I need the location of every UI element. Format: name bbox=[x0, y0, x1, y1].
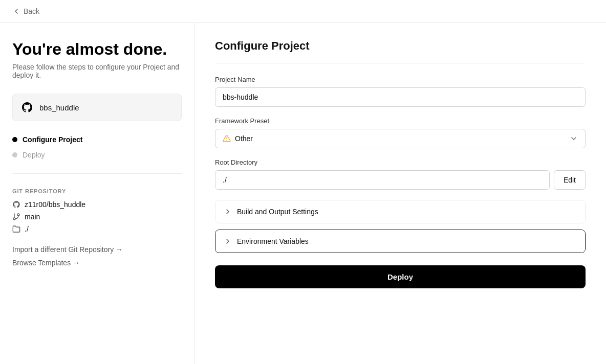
folder-icon bbox=[12, 225, 20, 233]
env-vars-section: Environment Variables bbox=[215, 230, 586, 253]
build-output-header[interactable]: Build and Output Settings bbox=[215, 200, 585, 223]
build-output-chevron-icon bbox=[224, 208, 232, 216]
arrow-left-icon bbox=[12, 7, 20, 15]
page-subtitle: Please follow the steps to configure you… bbox=[12, 63, 182, 79]
step-dot-deploy bbox=[12, 152, 17, 157]
top-nav: Back bbox=[0, 0, 606, 23]
project-name-label: Project Name bbox=[215, 76, 586, 83]
import-different-repo-link[interactable]: Import a different Git Repository → bbox=[12, 245, 182, 254]
project-name-group: Project Name bbox=[215, 76, 586, 107]
configure-project-title: Configure Project bbox=[215, 39, 586, 63]
git-branch-item: main bbox=[12, 213, 182, 221]
git-repo-name: z11r00/bbs_huddle bbox=[25, 200, 85, 209]
root-directory-input[interactable] bbox=[215, 170, 550, 190]
env-vars-label: Environment Variables bbox=[237, 237, 309, 245]
root-directory-group: Root Directory Edit bbox=[215, 158, 586, 190]
framework-value: Other bbox=[235, 134, 253, 143]
steps-list: Configure Project Deploy bbox=[12, 135, 182, 174]
import-different-repo-label: Import a different Git Repository → bbox=[12, 245, 123, 254]
git-branch-name: main bbox=[25, 213, 40, 221]
step-label-deploy: Deploy bbox=[23, 151, 45, 159]
root-dir-row: Edit bbox=[215, 170, 586, 190]
browse-templates-link[interactable]: Browse Templates → bbox=[12, 259, 182, 267]
github-small-icon bbox=[12, 200, 20, 209]
github-icon bbox=[21, 101, 33, 113]
build-output-label: Build and Output Settings bbox=[237, 208, 318, 216]
sidebar-links: Import a different Git Repository → Brow… bbox=[12, 245, 182, 267]
right-panel: Configure Project Project Name Framework… bbox=[194, 23, 606, 364]
framework-select[interactable]: Other bbox=[215, 129, 586, 148]
page-container: Back You're almost done. Please follow t… bbox=[0, 0, 606, 364]
git-directory: ./ bbox=[25, 225, 29, 233]
git-repo-item: z11r00/bbs_huddle bbox=[12, 200, 182, 209]
deploy-button[interactable]: Deploy bbox=[215, 265, 586, 288]
step-configure: Configure Project bbox=[12, 135, 182, 144]
framework-preset-label: Framework Preset bbox=[215, 117, 586, 125]
framework-preset-group: Framework Preset Other bbox=[215, 117, 586, 148]
back-link[interactable]: Back bbox=[12, 7, 39, 15]
page-heading: You're almost done. bbox=[12, 39, 182, 59]
step-label-configure: Configure Project bbox=[23, 135, 82, 144]
git-info-list: z11r00/bbs_huddle main bbox=[12, 200, 182, 233]
edit-button[interactable]: Edit bbox=[554, 170, 586, 190]
git-dir-item: ./ bbox=[12, 225, 182, 233]
env-vars-chevron-icon bbox=[224, 237, 232, 245]
framework-select-left: Other bbox=[223, 134, 253, 143]
branch-icon bbox=[12, 213, 20, 221]
sidebar: You're almost done. Please follow the st… bbox=[0, 23, 194, 364]
browse-templates-label: Browse Templates → bbox=[12, 259, 80, 267]
git-section-label: GIT REPOSITORY bbox=[12, 188, 182, 194]
root-directory-label: Root Directory bbox=[215, 158, 586, 166]
build-output-section: Build and Output Settings bbox=[215, 200, 586, 223]
main-content: You're almost done. Please follow the st… bbox=[0, 23, 606, 364]
step-dot-configure bbox=[12, 137, 17, 142]
warning-triangle-icon bbox=[223, 134, 231, 143]
repo-card[interactable]: bbs_huddle bbox=[12, 94, 182, 121]
chevron-down-icon bbox=[570, 134, 578, 143]
repo-card-name: bbs_huddle bbox=[39, 103, 79, 112]
step-deploy: Deploy bbox=[12, 151, 182, 159]
env-vars-header[interactable]: Environment Variables bbox=[215, 230, 585, 253]
back-label: Back bbox=[24, 7, 39, 15]
project-name-input[interactable] bbox=[215, 87, 586, 107]
